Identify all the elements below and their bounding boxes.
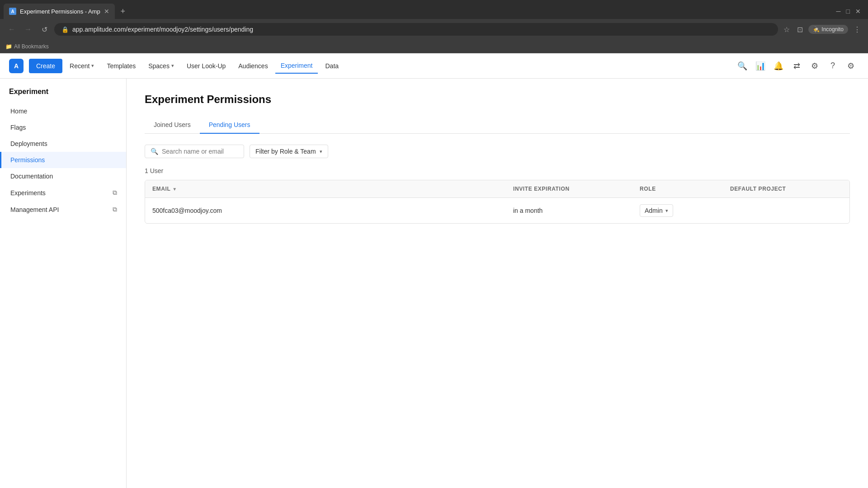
- bookmarks-bar: 📁 All Bookmarks: [0, 40, 868, 53]
- sidebar-item-permissions[interactable]: Permissions: [0, 152, 126, 168]
- nav-actions: ☆ ⊡ 🕵 Incognito ⋮: [782, 23, 863, 36]
- main-layout: Experiment Home Flags Deployments Permis…: [0, 79, 868, 488]
- sidebar-item-label: Permissions: [10, 156, 45, 164]
- tabs: Joined Users Pending Users: [145, 117, 850, 134]
- chevron-down-icon: ▾: [171, 63, 174, 69]
- url-display: app.amplitude.com/experiment/moodjoy2/se…: [72, 26, 253, 33]
- sidebar: Experiment Home Flags Deployments Permis…: [0, 79, 127, 488]
- col-header-default-project: DEFAULT PROJECT: [723, 180, 849, 197]
- chart-icon[interactable]: 📊: [752, 58, 769, 74]
- search-input[interactable]: [162, 148, 238, 155]
- search-icon: 🔍: [151, 148, 158, 155]
- main-content: Experiment Permissions Joined Users Pend…: [127, 79, 868, 488]
- browser-nav: ← → ↺ 🔒 app.amplitude.com/experiment/moo…: [0, 19, 868, 40]
- sidebar-section-title: Experiment: [0, 88, 126, 103]
- active-tab[interactable]: A Experiment Permissions - Amp ✕: [4, 4, 115, 19]
- help-icon[interactable]: ?: [825, 58, 841, 74]
- tab-joined-users[interactable]: Joined Users: [145, 117, 200, 134]
- browser-tab-bar: A Experiment Permissions - Amp ✕ + ─ □ ✕: [0, 0, 868, 19]
- sidebar-item-home[interactable]: Home: [0, 103, 126, 119]
- back-button[interactable]: ←: [5, 23, 18, 36]
- tab-favicon: A: [9, 8, 16, 15]
- refresh-button[interactable]: ↺: [38, 23, 51, 36]
- sidebar-item-management-api[interactable]: Management API ⧉: [0, 201, 126, 218]
- cell-email: 500fca03@moodjoy.com: [145, 198, 506, 223]
- incognito-icon: 🕵: [813, 26, 820, 33]
- sidebar-item-deployments[interactable]: Deployments: [0, 136, 126, 152]
- incognito-badge: 🕵 Incognito: [808, 25, 848, 34]
- sidebar-item-label: Management API: [10, 206, 59, 213]
- top-nav: A Create Recent ▾ Templates Spaces ▾ Use…: [0, 53, 868, 79]
- tab-title: Experiment Permissions - Amp: [20, 8, 100, 15]
- sidebar-item-experiments[interactable]: Experiments ⧉: [0, 184, 126, 201]
- search-box[interactable]: 🔍: [145, 145, 244, 158]
- forward-button[interactable]: →: [22, 23, 34, 36]
- cell-default-project: [723, 198, 849, 223]
- tab-pending-users[interactable]: Pending Users: [200, 117, 259, 134]
- cell-role: Admin ▾: [632, 198, 723, 223]
- external-link-icon: ⧉: [113, 206, 117, 213]
- branch-icon[interactable]: ⚙: [807, 58, 823, 74]
- data-table: EMAIL ▼ INVITE EXPIRATION ROLE DEFAULT P…: [145, 180, 850, 224]
- table-header: EMAIL ▼ INVITE EXPIRATION ROLE DEFAULT P…: [145, 180, 849, 198]
- sidebar-item-label: Flags: [10, 124, 26, 131]
- filter-role-team-dropdown[interactable]: Filter by Role & Team ▾: [250, 145, 328, 158]
- nav-item-audiences[interactable]: Audiences: [233, 59, 273, 73]
- nav-item-experiment[interactable]: Experiment: [275, 58, 318, 74]
- user-count: 1 User: [145, 167, 850, 174]
- folder-icon: 📁: [5, 43, 12, 50]
- sidebar-item-flags[interactable]: Flags: [0, 119, 126, 136]
- external-link-icon: ⧉: [113, 189, 117, 197]
- tab-close-button[interactable]: ✕: [104, 8, 109, 15]
- sort-icon[interactable]: ▼: [172, 187, 177, 192]
- chevron-down-icon: ▾: [320, 149, 322, 155]
- bell-icon[interactable]: 🔔: [770, 58, 787, 74]
- page-title: Experiment Permissions: [145, 93, 850, 106]
- nav-item-user-lookup[interactable]: User Look-Up: [181, 59, 231, 73]
- search-icon[interactable]: 🔍: [734, 58, 750, 74]
- bookmarks-label: 📁 All Bookmarks: [5, 43, 49, 50]
- col-header-role: ROLE: [632, 180, 723, 197]
- table-row: 500fca03@moodjoy.com in a month Admin ▾: [145, 198, 849, 223]
- sync-icon[interactable]: ⇄: [788, 58, 805, 74]
- new-tab-button[interactable]: +: [117, 5, 129, 18]
- bookmark-star-icon[interactable]: ☆: [782, 23, 792, 36]
- minimize-button[interactable]: ─: [836, 8, 841, 15]
- role-select-dropdown[interactable]: Admin ▾: [640, 204, 673, 217]
- filters-row: 🔍 Filter by Role & Team ▾: [145, 145, 850, 158]
- filter-label: Filter by Role & Team: [255, 148, 316, 155]
- sidebar-item-label: Experiments: [10, 189, 46, 197]
- browser-chrome: A Experiment Permissions - Amp ✕ + ─ □ ✕…: [0, 0, 868, 53]
- settings-icon[interactable]: ⚙: [843, 58, 859, 74]
- nav-item-templates[interactable]: Templates: [101, 59, 141, 73]
- nav-item-recent[interactable]: Recent ▾: [64, 59, 99, 73]
- app: A Create Recent ▾ Templates Spaces ▾ Use…: [0, 53, 868, 488]
- sidebar-item-label: Deployments: [10, 140, 47, 147]
- nav-item-data[interactable]: Data: [320, 59, 344, 73]
- cell-invite-expiration: in a month: [506, 198, 632, 223]
- chevron-down-icon: ▾: [91, 63, 94, 69]
- col-header-invite-expiration: INVITE EXPIRATION: [506, 180, 632, 197]
- create-button[interactable]: Create: [29, 59, 62, 73]
- amplitude-logo[interactable]: A: [9, 59, 24, 73]
- sidebar-icon[interactable]: ⊡: [795, 23, 805, 36]
- more-options-icon[interactable]: ⋮: [852, 23, 863, 36]
- chevron-down-icon: ▾: [665, 208, 668, 214]
- col-header-email: EMAIL ▼: [145, 180, 506, 197]
- sidebar-item-label: Documentation: [10, 173, 53, 180]
- close-button[interactable]: ✕: [855, 8, 861, 15]
- nav-item-spaces[interactable]: Spaces ▾: [143, 59, 179, 73]
- sidebar-item-label: Home: [10, 108, 27, 115]
- sidebar-item-documentation[interactable]: Documentation: [0, 168, 126, 184]
- address-bar[interactable]: 🔒 app.amplitude.com/experiment/moodjoy2/…: [54, 23, 778, 36]
- maximize-button[interactable]: □: [846, 8, 850, 15]
